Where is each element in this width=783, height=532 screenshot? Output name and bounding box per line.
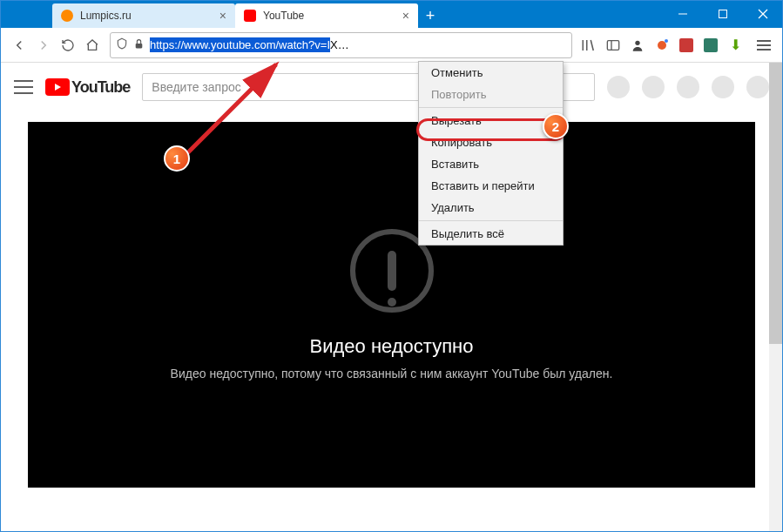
search-placeholder: Введите запрос <box>152 80 240 94</box>
ctx-separator <box>419 107 563 108</box>
profile-icon[interactable] <box>630 37 645 53</box>
close-icon[interactable]: × <box>219 10 226 22</box>
tab-lumpics[interactable]: Lumpics.ru × <box>52 3 235 28</box>
placeholder-icon <box>746 76 769 98</box>
hamburger-menu-button[interactable] <box>752 33 776 57</box>
ctx-paste[interactable]: Вставить <box>419 153 563 175</box>
video-unavailable-title: Видео недоступно <box>310 335 474 358</box>
lock-icon <box>133 37 145 53</box>
forward-button[interactable] <box>31 33 56 57</box>
svg-rect-1 <box>719 10 727 18</box>
back-button[interactable] <box>7 33 31 57</box>
tab-youtube[interactable]: YouTube × <box>235 3 418 28</box>
favicon-lumpics <box>61 10 73 22</box>
url-selected: https://www.youtube.com/watch?v=I <box>150 37 330 52</box>
svg-rect-4 <box>136 43 143 47</box>
sidebar-icon[interactable] <box>605 37 621 53</box>
svg-rect-8 <box>607 40 618 50</box>
download-icon[interactable]: ⬇ <box>727 37 743 53</box>
step-badge-2: 2 <box>543 113 569 139</box>
ctx-separator <box>419 220 563 221</box>
address-bar[interactable]: https://www.youtube.com/watch?v=IX… <box>110 32 572 58</box>
home-button[interactable] <box>80 33 105 57</box>
youtube-logo[interactable]: YouTube <box>45 78 130 97</box>
url-text[interactable]: https://www.youtube.com/watch?v=IX… <box>150 38 566 51</box>
window-titlebar: Lumpics.ru × YouTube × + <box>0 0 783 28</box>
youtube-header: YouTube Введите запрос <box>0 63 783 111</box>
page-scrollbar[interactable] <box>769 63 783 532</box>
tab-label: Lumpics.ru <box>80 10 213 22</box>
ext-orange-icon[interactable] <box>654 37 670 53</box>
youtube-wordmark: YouTube <box>71 78 130 97</box>
tabs-strip: Lumpics.ru × YouTube × + <box>0 0 663 28</box>
youtube-menu-button[interactable] <box>14 80 33 94</box>
ext-teal-icon[interactable] <box>703 37 719 53</box>
placeholder-icon <box>607 76 630 98</box>
ctx-select-all[interactable]: Выделить всё <box>419 223 563 245</box>
ctx-paste-go[interactable]: Вставить и перейти <box>419 175 563 197</box>
ext-red-icon[interactable] <box>678 37 694 53</box>
placeholder-icon <box>642 76 665 98</box>
favicon-youtube <box>244 10 256 22</box>
toolbar-right: ⬇ <box>577 33 776 57</box>
placeholder-icon <box>712 76 734 98</box>
video-unavailable-desc: Видео недоступно, потому что связанный с… <box>171 367 613 380</box>
header-placeholder-icons <box>607 76 769 98</box>
shield-icon <box>116 37 128 53</box>
context-menu: Отменить Повторить Вырезать Копировать В… <box>418 61 564 246</box>
library-icon[interactable] <box>581 37 597 53</box>
browser-navbar: https://www.youtube.com/watch?v=IX… ⬇ <box>0 28 783 63</box>
ctx-redo: Повторить <box>419 84 563 105</box>
reload-button[interactable] <box>56 33 80 57</box>
ctx-copy[interactable]: Копировать <box>419 131 563 153</box>
maximize-button[interactable] <box>703 0 743 28</box>
new-tab-button[interactable]: + <box>418 3 442 28</box>
svg-point-10 <box>635 40 639 44</box>
close-window-button[interactable] <box>743 0 783 28</box>
minimize-button[interactable] <box>663 0 703 28</box>
placeholder-icon <box>677 76 699 98</box>
youtube-play-icon <box>45 78 70 96</box>
close-icon[interactable]: × <box>402 10 409 22</box>
ctx-delete[interactable]: Удалить <box>419 197 563 219</box>
window-controls <box>663 0 783 28</box>
video-player-area: Видео недоступно Видео недоступно, потом… <box>28 122 755 488</box>
svg-line-7 <box>591 40 593 51</box>
ctx-undo[interactable]: Отменить <box>419 62 563 84</box>
ctx-cut[interactable]: Вырезать <box>419 110 563 131</box>
tab-label: YouTube <box>263 10 395 22</box>
step-badge-1: 1 <box>164 145 190 172</box>
